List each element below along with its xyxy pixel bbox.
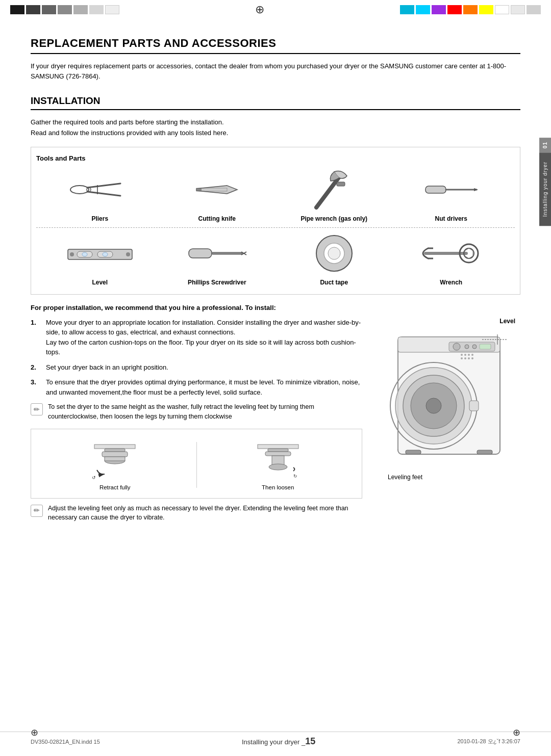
step-2: 2. Set your dryer back in an upright pos… [31, 362, 362, 373]
svg-point-56 [468, 354, 470, 356]
svg-point-45 [269, 464, 287, 470]
note-1-icon: ✏ [31, 403, 43, 415]
step-3: 3. To ensure that the dryer provides opt… [31, 377, 362, 397]
svg-rect-34 [94, 445, 135, 449]
svg-rect-43 [265, 452, 291, 456]
step-2-number: 2. [31, 362, 41, 373]
step-1: 1. Move your dryer to an appropriate loc… [31, 318, 362, 357]
swatch-pale-gray [527, 5, 541, 14]
wrench-image [420, 233, 482, 274]
svg-point-55 [464, 354, 466, 356]
nut-drivers-image [423, 169, 479, 210]
phillips-screwdriver-image [186, 233, 247, 274]
svg-rect-11 [425, 186, 446, 193]
svg-point-18 [103, 252, 108, 256]
nut-drivers-label: Nut drivers [435, 215, 467, 222]
note-2: ✏ Adjust the leveling feet only as much … [31, 504, 362, 523]
step-3-text: To ensure that the dryer provides optima… [46, 377, 362, 397]
swatch-red [447, 5, 462, 14]
swatch-orange [463, 5, 478, 14]
pliers-label: Pliers [91, 215, 108, 222]
svg-point-59 [464, 357, 466, 359]
gather-text: Gather the required tools and parts befo… [31, 117, 520, 139]
dryer-diagram-container: Level [378, 318, 520, 530]
svg-point-60 [468, 357, 470, 359]
knife-svg [191, 174, 242, 205]
swatch-dark-gray [26, 5, 40, 14]
pliers-svg [69, 174, 131, 205]
wrench-svg [420, 238, 482, 269]
cutting-knife-image [191, 169, 242, 210]
svg-point-66 [426, 398, 441, 413]
step-1-number: 1. [31, 318, 41, 357]
svg-rect-67 [469, 401, 479, 411]
bottom-reg-marks: ⊕ ⊕ [31, 727, 520, 738]
installation-title: INSTALLATION [31, 95, 520, 110]
footer-page-label: Installing your dryer _ [242, 738, 305, 746]
main-content: REPLACEMENT PARTS AND ACCESSORIES If you… [0, 16, 551, 550]
replacement-section: REPLACEMENT PARTS AND ACCESSORIES If you… [31, 37, 520, 81]
step-1-text: Move your dryer to an appropriate locati… [46, 318, 362, 357]
level-label: Level [92, 279, 108, 286]
svg-line-2 [87, 192, 120, 196]
swatch-black [10, 5, 24, 14]
left-color-swatches [10, 5, 119, 14]
svg-text:↻: ↻ [293, 474, 297, 479]
level-annotation: Level [378, 318, 520, 325]
replacement-body: If your dryer requires replacement parts… [31, 61, 520, 81]
leveling-divider [196, 442, 197, 488]
step-2-text: Set your dryer back in an upright positi… [46, 362, 362, 373]
svg-rect-21 [189, 249, 212, 258]
svg-point-54 [461, 354, 463, 356]
pipe-wrench-label: Pipe wrench (gas only) [300, 215, 367, 222]
dryer-diagram: Level [378, 318, 520, 481]
svg-line-9 [316, 177, 339, 207]
svg-point-16 [82, 252, 87, 256]
svg-point-0 [70, 186, 89, 194]
svg-rect-36 [102, 452, 128, 457]
dryer-svg [388, 327, 510, 470]
svg-marker-6 [196, 189, 202, 191]
nut-drivers-svg [423, 177, 479, 202]
tool-phillips-screwdriver: Phillips Screwdriver [165, 233, 268, 286]
tool-cutting-knife: Cutting knife [165, 169, 268, 222]
swatch-mid-gray [42, 5, 56, 14]
tools-divider [36, 227, 515, 228]
svg-text:↺: ↺ [92, 475, 96, 480]
swatch-yellow [479, 5, 493, 14]
duct-tape-image [314, 233, 355, 274]
tool-level: Level [48, 233, 152, 286]
color-bar-top: ⊕ [0, 0, 551, 16]
svg-rect-10 [337, 182, 345, 186]
swatch-cyan [400, 5, 414, 14]
swatch-near-white [511, 5, 525, 14]
recommend-text: For proper installation, we recommend th… [31, 304, 520, 311]
right-color-swatches [400, 5, 541, 14]
loosen-label: Then loosen [262, 484, 294, 490]
swatch-light-gray [73, 5, 88, 14]
duct-tape-label: Duct tape [320, 279, 348, 286]
tool-nut-drivers: Nut drivers [399, 169, 503, 222]
instructions-left: 1. Move your dryer to an appropriate loc… [31, 318, 362, 530]
steps-list: 1. Move your dryer to an appropriate loc… [31, 318, 362, 398]
tools-parts-section: Tools and Parts Pli [31, 147, 520, 295]
svg-point-58 [461, 357, 463, 359]
swatch-purple [432, 5, 446, 14]
pliers-image [69, 169, 131, 210]
pipe-wrench-image [306, 169, 362, 210]
tool-duct-tape: Duct tape [283, 233, 386, 286]
tool-wrench: Wrench [399, 233, 503, 286]
svg-point-57 [471, 354, 473, 356]
tools-row-1: Pliers Cutting knife [36, 169, 515, 222]
svg-rect-69 [406, 450, 421, 454]
replacement-title: REPLACEMENT PARTS AND ACCESSORIES [31, 37, 520, 54]
svg-rect-70 [477, 450, 492, 454]
reg-mark-bottom-left: ⊕ [31, 727, 38, 738]
svg-point-51 [465, 345, 469, 349]
tool-pliers: Pliers [48, 169, 152, 222]
registration-mark-top: ⊕ [255, 3, 264, 16]
loosen-svg: ↻ [253, 439, 304, 480]
swatch-white2 [495, 5, 509, 14]
cutting-knife-label: Cutting knife [198, 215, 236, 222]
retract-svg: ↺ [89, 439, 140, 480]
